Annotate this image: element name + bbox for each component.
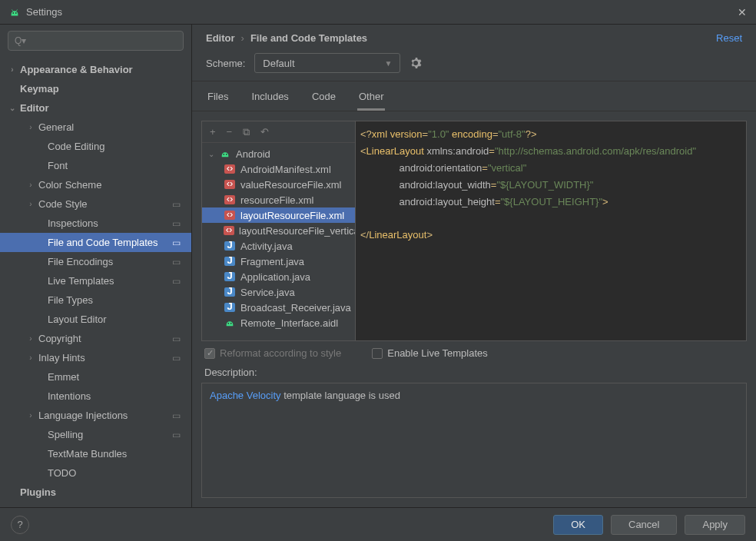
file-item-resourcefile-xml[interactable]: ‹›resourceFile.xml <box>202 192 355 207</box>
search-input[interactable]: Q▾ <box>8 31 184 51</box>
bottom-column: ✓ Reformat according to style Enable Liv… <box>192 341 756 507</box>
sidebar-item-plugins[interactable]: Plugins <box>0 483 191 502</box>
settings-tree[interactable]: ›Appearance & Behavior Keymap⌄Editor›Gen… <box>0 57 191 507</box>
sidebar-item-file-types[interactable]: File Types <box>0 290 191 310</box>
livetpl-label: Enable Live Templates <box>387 347 488 359</box>
apply-button[interactable]: Apply <box>685 515 745 535</box>
svg-point-5 <box>226 154 227 155</box>
remove-icon[interactable]: − <box>227 126 233 138</box>
tabs: FilesIncludesCodeOther <box>192 81 756 111</box>
svg-text:‹›: ‹› <box>227 164 234 174</box>
file-toolbar: + − ⧉ ↶ <box>202 121 355 143</box>
svg-point-0 <box>12 12 14 14</box>
sidebar-item-code-editing[interactable]: Code Editing <box>0 137 191 156</box>
footer: ? OK Cancel Apply <box>0 507 756 541</box>
ok-button[interactable]: OK <box>553 515 603 535</box>
sidebar-item-file-encodings[interactable]: File Encodings▭ <box>0 252 191 271</box>
code-editor[interactable]: <?xml version="1.0" encoding="utf-8"?> <… <box>356 121 746 340</box>
file-item-remote-interface-aidl[interactable]: Remote_Interface.aidl <box>202 315 355 330</box>
close-icon[interactable]: ✕ <box>738 6 747 18</box>
sidebar-item-emmet[interactable]: Emmet <box>0 367 191 387</box>
search-row: Q▾ <box>0 25 191 57</box>
file-item-androidmanifest-xml[interactable]: ‹›AndroidManifest.xml <box>202 161 355 177</box>
svg-point-27 <box>230 323 232 324</box>
svg-line-3 <box>16 9 17 11</box>
livetpl-check[interactable]: Enable Live Templates <box>372 347 488 359</box>
svg-text:J: J <box>227 272 232 281</box>
tab-other[interactable]: Other <box>357 86 386 111</box>
undo-icon[interactable]: ↶ <box>260 126 269 138</box>
sidebar-item-copyright[interactable]: ›Copyright▭ <box>0 329 191 348</box>
main: Q▾ ›Appearance & Behavior Keymap⌄Editor›… <box>0 25 756 507</box>
sidebar-item-general[interactable]: ›General <box>0 118 191 137</box>
file-item-application-java[interactable]: JApplication.java <box>202 269 355 284</box>
file-item-fragment-java[interactable]: JFragment.java <box>202 254 355 269</box>
sidebar-item-appearance-behavior[interactable]: ›Appearance & Behavior <box>0 60 191 79</box>
sidebar-item-todo[interactable]: TODO <box>0 463 191 483</box>
file-item-service-java[interactable]: JService.java <box>202 284 355 300</box>
sidebar-item-file-and-code-templates[interactable]: File and Code Templates▭ <box>0 233 191 252</box>
gear-icon[interactable] <box>410 57 422 69</box>
cancel-button[interactable]: Cancel <box>611 515 677 535</box>
breadcrumb-b: File and Code Templates <box>250 32 367 44</box>
tab-code[interactable]: Code <box>310 86 337 111</box>
chevron-down-icon: ▼ <box>384 59 392 68</box>
file-item-valueresourcefile-xml[interactable]: ‹›valueResourceFile.xml <box>202 177 355 192</box>
checks-row: ✓ Reformat according to style Enable Liv… <box>201 341 747 365</box>
sidebar-item-live-templates[interactable]: Live Templates▭ <box>0 271 191 290</box>
description-text: template language is used <box>281 390 400 401</box>
file-tree-root[interactable]: ⌄Android <box>202 146 355 161</box>
svg-text:‹›: ‹› <box>227 180 234 189</box>
sidebar-item-version-control[interactable]: ›Version Control▭ <box>0 502 191 507</box>
svg-text:J: J <box>227 241 232 251</box>
svg-text:J: J <box>227 303 232 312</box>
file-tree[interactable]: ⌄Android‹›AndroidManifest.xml‹›valueReso… <box>202 143 355 340</box>
sidebar-item-inspections[interactable]: Inspections▭ <box>0 214 191 233</box>
sidebar-item-textmate-bundles[interactable]: TextMate Bundles <box>0 444 191 463</box>
sidebar-item-intentions[interactable]: Intentions <box>0 387 191 406</box>
tab-files[interactable]: Files <box>206 86 230 111</box>
breadcrumb: Editor › File and Code Templates <box>206 32 367 44</box>
window-title: Settings <box>26 6 62 18</box>
scheme-row: Scheme: Default ▼ <box>192 48 756 81</box>
svg-text:‹›: ‹› <box>227 211 234 220</box>
file-item-layoutresourcefile-vertical-xml[interactable]: ‹›layoutResourceFile_vertical.xml <box>202 223 355 238</box>
description-label: Description: <box>201 365 747 383</box>
copy-icon[interactable]: ⧉ <box>243 126 250 138</box>
description-box: Apache Velocity template language is use… <box>201 383 747 498</box>
sidebar-item-language-injections[interactable]: ›Language Injections▭ <box>0 406 191 425</box>
sidebar-item-layout-editor[interactable]: Layout Editor <box>0 310 191 329</box>
sidebar: Q▾ ›Appearance & Behavior Keymap⌄Editor›… <box>0 25 192 507</box>
reset-link[interactable]: Reset <box>716 32 742 44</box>
content: Editor › File and Code Templates Reset S… <box>192 25 756 507</box>
sidebar-item-editor[interactable]: ⌄Editor <box>0 98 191 118</box>
svg-text:‹›: ‹› <box>226 226 233 235</box>
sidebar-item-code-style[interactable]: ›Code Style▭ <box>0 194 191 214</box>
svg-line-2 <box>12 9 13 11</box>
svg-text:‹›: ‹› <box>227 195 234 204</box>
search-icon: Q▾ <box>15 35 26 46</box>
reformat-check[interactable]: ✓ Reformat according to style <box>204 347 341 359</box>
tab-includes[interactable]: Includes <box>250 86 290 111</box>
help-button[interactable]: ? <box>11 516 29 534</box>
svg-text:J: J <box>227 257 232 266</box>
scheme-select[interactable]: Default ▼ <box>254 53 400 73</box>
file-item-broadcast-receiver-java[interactable]: JBroadcast_Receiver.java <box>202 300 355 315</box>
add-icon[interactable]: + <box>210 126 216 138</box>
svg-point-1 <box>15 12 17 14</box>
file-item-layoutresourcefile-xml[interactable]: ‹›layoutResourceFile.xml <box>202 207 355 223</box>
breadcrumb-sep: › <box>241 32 244 44</box>
file-item-activity-java[interactable]: JActivity.java <box>202 238 355 254</box>
breadcrumb-a: Editor <box>206 32 235 44</box>
scheme-value: Default <box>263 58 294 69</box>
sidebar-item-inlay-hints[interactable]: ›Inlay Hints▭ <box>0 348 191 367</box>
velocity-link[interactable]: Apache Velocity <box>210 390 281 401</box>
scheme-label: Scheme: <box>206 58 245 69</box>
sidebar-item-spelling[interactable]: Spelling▭ <box>0 425 191 444</box>
sidebar-item-font[interactable]: Font <box>0 156 191 175</box>
sidebar-item-color-scheme[interactable]: ›Color Scheme <box>0 175 191 194</box>
svg-text:J: J <box>227 287 232 297</box>
sidebar-item-keymap[interactable]: Keymap <box>0 79 191 98</box>
panel: + − ⧉ ↶ ⌄Android‹›AndroidManifest.xml‹›v… <box>192 111 756 341</box>
file-column: + − ⧉ ↶ ⌄Android‹›AndroidManifest.xml‹›v… <box>201 121 355 341</box>
